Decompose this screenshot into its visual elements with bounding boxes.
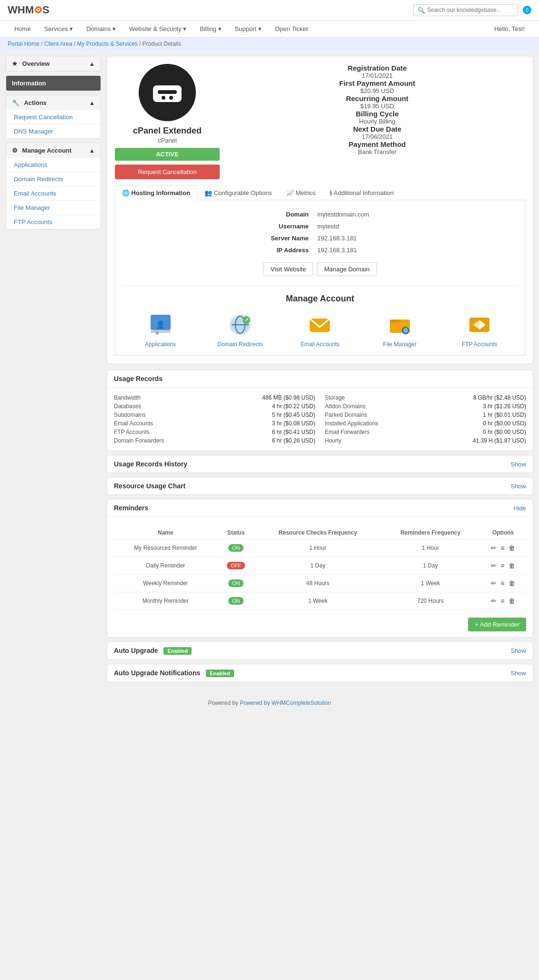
delete-icon-1[interactable]: 🗑: [508, 544, 515, 552]
footer-link[interactable]: Powered by WHMCompleteSolution: [240, 700, 331, 706]
manage-icon-ftp-accounts[interactable]: FTP Accounts: [456, 311, 503, 348]
list-icon-4[interactable]: ≡: [500, 597, 504, 605]
reminder-status-3[interactable]: ON: [217, 575, 255, 592]
auto-upgrade-notifications-show[interactable]: Show: [510, 670, 526, 677]
sidebar-header-information[interactable]: Information: [6, 76, 101, 91]
manage-icon-ftp-accounts-label: FTP Accounts: [456, 341, 503, 348]
auto-upgrade-show[interactable]: Show: [510, 647, 526, 654]
svg-rect-5: [151, 330, 171, 333]
edit-icon-1[interactable]: ✏: [491, 544, 497, 552]
reminder-status-1[interactable]: ON: [217, 539, 255, 557]
cancel-button[interactable]: Request Cancellation: [115, 165, 220, 179]
usage-records-title: Usage Records: [114, 375, 163, 382]
user-greeting[interactable]: Hello, Test!: [488, 21, 531, 37]
reminders-hide[interactable]: Hide: [513, 505, 526, 512]
manage-domain-button[interactable]: Manage Domain: [317, 262, 376, 276]
sidebar-item-domain-redirects[interactable]: Domain Redirects: [6, 172, 101, 186]
visit-website-button[interactable]: Visit Website: [263, 262, 313, 276]
table-row: IP Address 192.168.3.181: [267, 245, 373, 256]
add-reminder-button[interactable]: + Add Reminder: [468, 618, 526, 631]
nav-services[interactable]: Services ▾: [38, 21, 80, 37]
product-details: Registration Date 17/01/2021 First Payme…: [229, 64, 525, 179]
search-input[interactable]: [427, 7, 514, 13]
email-accounts-icon: [308, 313, 332, 337]
list-icon-2[interactable]: ≡: [500, 562, 504, 569]
list-icon-1[interactable]: ≡: [500, 544, 504, 552]
manage-account-section: Manage Account 👤: [123, 286, 517, 348]
sidebar-item-request-cancellation[interactable]: Request Cancellation: [6, 110, 101, 124]
manage-icon-email-accounts[interactable]: Email Accounts: [296, 311, 344, 348]
product-type: cPanel: [115, 137, 220, 144]
sidebar-section-overview: ★ Overview ▲: [6, 56, 101, 72]
tab-additional-info[interactable]: ℹ Additional Information: [323, 185, 401, 200]
sidebar-item-dns-manager[interactable]: DNS Manager: [6, 124, 101, 138]
edit-icon-2[interactable]: ✏: [491, 562, 497, 569]
edit-icon-4[interactable]: ✏: [491, 597, 497, 605]
usage-storage: Storage 8 GB/hr ($2.48 USD): [325, 393, 527, 402]
tab-hosting-information[interactable]: 🌐 Hosting Information: [115, 185, 197, 200]
nav-domains[interactable]: Domains ▾: [80, 21, 122, 37]
table-row: Username mytestd: [267, 221, 373, 232]
svg-rect-1: [158, 90, 177, 94]
delete-icon-4[interactable]: 🗑: [508, 597, 515, 605]
breadcrumb-client-area[interactable]: Client Area: [44, 41, 72, 47]
chevron-manage-account: ▲: [89, 147, 95, 154]
nav-website-security[interactable]: Website & Security ▾: [122, 21, 193, 37]
tab-configurable-options[interactable]: 👥 Configurable Options: [197, 185, 279, 200]
reminder-status-2[interactable]: OFF: [217, 557, 255, 575]
sidebar-item-applications[interactable]: Applications: [6, 158, 101, 172]
manage-icon-applications-label: Applications: [137, 341, 184, 348]
nav-home[interactable]: Home: [8, 21, 38, 37]
main-nav: Home Services ▾ Domains ▾ Website & Secu…: [0, 21, 539, 38]
file-manager-icon: ⚙: [388, 313, 412, 337]
sidebar-item-ftp-accounts[interactable]: FTP Accounts: [6, 215, 101, 229]
notification-badge[interactable]: 0: [523, 6, 531, 14]
domain-redirects-icon: ↗: [228, 313, 252, 337]
edit-icon-3[interactable]: ✏: [491, 579, 497, 587]
breadcrumb-portal[interactable]: Portal Home: [8, 41, 40, 47]
sidebar-header-manage-account[interactable]: ⚙ Manage Account ▲: [6, 143, 101, 158]
sidebar-header-overview[interactable]: ★ Overview ▲: [6, 56, 101, 71]
usage-history-title: Usage Records History: [114, 460, 187, 468]
manage-icon-domain-redirects[interactable]: ↗ Domain Redirects: [216, 311, 264, 348]
manage-icon-domain-redirects-label: Domain Redirects: [216, 341, 264, 348]
sidebar-header-actions[interactable]: 🔧 Actions ▲: [6, 95, 101, 110]
reminder-status-4[interactable]: ON: [217, 592, 255, 610]
usage-subdomains: Subdomains 5 hr ($0.45 USD): [114, 411, 315, 419]
delete-icon-3[interactable]: 🗑: [508, 579, 515, 587]
sidebar-item-email-accounts[interactable]: Email Accounts: [6, 186, 101, 201]
auto-upgrade-title: Auto Upgrade: [114, 647, 158, 654]
reminders-table: Name Status Resource Checks Frequency Re…: [114, 526, 526, 610]
sidebar-section-actions: 🔧 Actions ▲ Request Cancellation DNS Man…: [6, 95, 101, 139]
col-reminder-freq: Reminders Frequency: [381, 526, 480, 539]
nav-billing[interactable]: Billing ▾: [193, 21, 228, 37]
tab-content-hosting: Domain mytestdomain.com Username mytestd…: [115, 200, 525, 356]
hosting-info-table: Domain mytestdomain.com Username mytestd…: [266, 208, 374, 257]
breadcrumb-products[interactable]: My Products & Services: [77, 41, 137, 47]
hosting-action-buttons: Visit Website Manage Domain: [123, 262, 517, 276]
nav-open-ticket[interactable]: Open Ticket: [268, 21, 315, 37]
svg-text:⚙: ⚙: [403, 327, 408, 334]
reminders-title: Reminders: [114, 504, 148, 512]
sidebar-item-file-manager[interactable]: File Manager: [6, 201, 101, 215]
usage-records-card: Usage Records Bandwidth 486 MB ($0.98 US…: [107, 370, 533, 451]
manage-icon-applications[interactable]: 👤 Applications: [137, 311, 184, 348]
usage-left: Bandwidth 486 MB ($0.98 USD) Databases 4…: [114, 393, 315, 445]
reminder-check-2: 1 Day: [255, 557, 381, 575]
search-bar[interactable]: 🔍: [413, 4, 518, 16]
col-options: Options: [480, 526, 526, 539]
logo: WHM⚙S: [8, 4, 50, 16]
auto-upgrade-notifications-card: Auto Upgrade Notifications Enabled Show: [107, 664, 533, 682]
manage-icon-file-manager[interactable]: ⚙ File Manager: [376, 311, 424, 348]
tab-metrics[interactable]: 📈 Metrics: [279, 185, 323, 200]
delete-icon-2[interactable]: 🗑: [508, 562, 515, 569]
resource-chart-show[interactable]: Show: [510, 483, 526, 490]
list-icon-3[interactable]: ≡: [500, 579, 504, 587]
usage-history-show[interactable]: Show: [510, 461, 526, 468]
usage-domain-forwarders: Domain Forwarders 6 hr ($0.26 USD): [114, 436, 315, 445]
reminders-body: Name Status Resource Checks Frequency Re…: [107, 516, 533, 637]
table-row: Server Name 192.168.3.181: [267, 233, 373, 244]
ftp-accounts-icon: [468, 313, 491, 337]
top-bar: WHM⚙S 🔍 0: [0, 0, 539, 21]
nav-support[interactable]: Support ▾: [228, 21, 268, 37]
